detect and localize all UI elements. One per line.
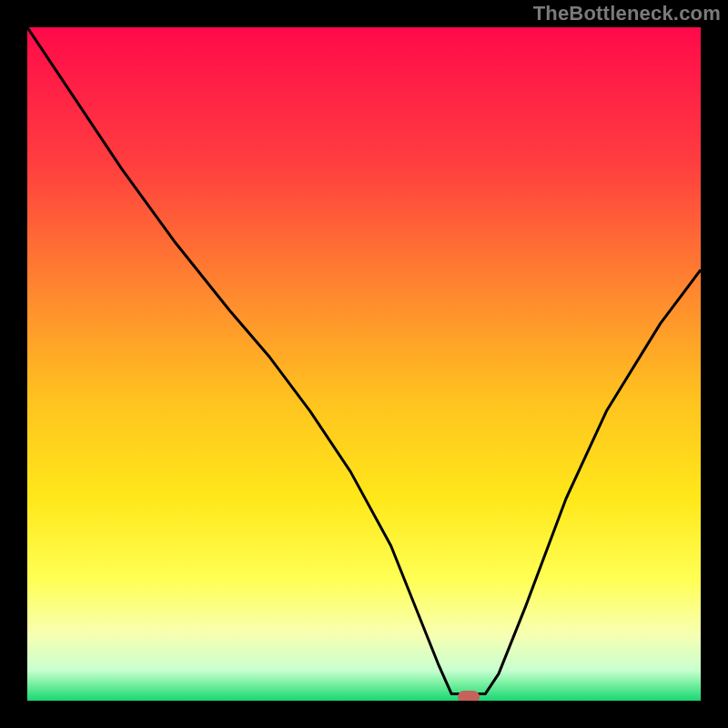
gradient-background xyxy=(27,27,701,701)
optimal-point-marker xyxy=(458,691,480,701)
plot-area xyxy=(27,27,701,701)
chart-frame: TheBottleneck.com xyxy=(0,0,728,728)
plot-svg xyxy=(27,27,701,701)
watermark-text: TheBottleneck.com xyxy=(533,2,721,25)
